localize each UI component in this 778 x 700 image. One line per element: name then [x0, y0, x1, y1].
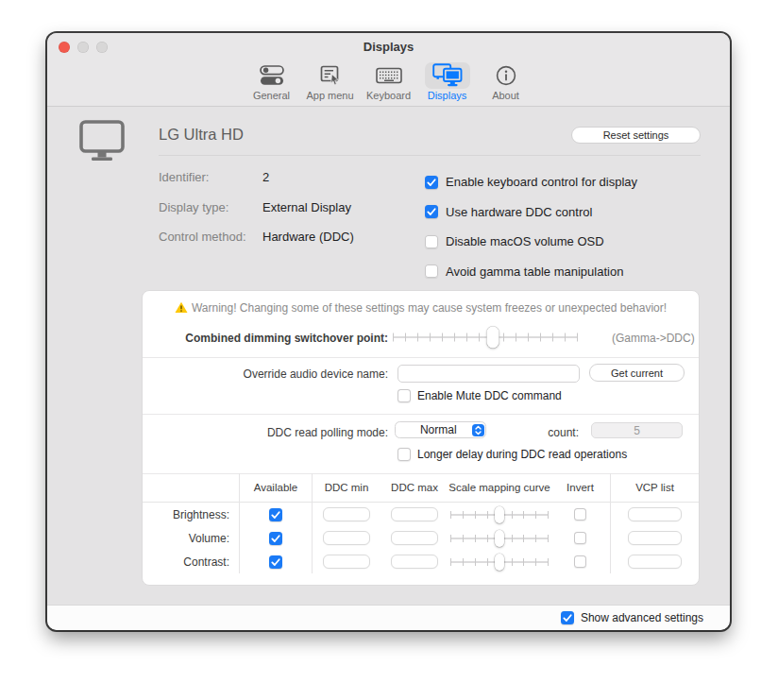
option-hardware-ddc[interactable]: Use hardware DDC control [425, 197, 637, 228]
info-value: Hardware (DDC) [262, 230, 354, 245]
warning-triangle-icon [175, 301, 188, 314]
table-header-available: Available [240, 473, 313, 503]
checkbox[interactable] [574, 532, 586, 544]
advanced-settings-panel: Warning! Changing some of these settings… [142, 290, 700, 586]
tab-displays[interactable]: Displays [423, 62, 472, 102]
checkbox[interactable] [425, 205, 438, 218]
dimming-slider[interactable] [393, 326, 578, 349]
volume-ddc-min-cell [313, 526, 381, 550]
checkbox[interactable] [269, 555, 282, 569]
checkbox-label: Enable keyboard control for display [446, 175, 637, 189]
footer-bar: Show advanced settings [47, 605, 730, 630]
table-header-vcp: VCP list [611, 473, 699, 503]
mute-ddc-option[interactable]: Enable Mute DDC command [397, 389, 562, 402]
brightness-vcp-input[interactable] [628, 507, 682, 521]
slider-thumb[interactable] [495, 554, 504, 571]
volume-ddc-min-input[interactable] [323, 531, 370, 545]
divider [143, 357, 699, 358]
brightness-ddc-min-input[interactable] [323, 507, 370, 521]
tab-app-menu[interactable]: App menu [306, 62, 355, 102]
row-label-volume: Volume: [143, 526, 240, 550]
dimming-label: Combined dimming switchover point: [143, 332, 388, 345]
contrast-available-cell [240, 550, 313, 573]
tab-about[interactable]: About [482, 62, 531, 102]
contrast-vcp-input[interactable] [628, 555, 682, 569]
displays-icon [425, 62, 470, 89]
checkbox[interactable] [425, 265, 438, 278]
checkbox-label: Avoid gamma table manipulation [446, 265, 623, 279]
info-label: Control method: [159, 230, 262, 245]
divider [143, 414, 699, 415]
audio-name-input[interactable] [397, 365, 580, 383]
display-info: Identifier: 2 Display type: External Dis… [159, 170, 414, 260]
longer-delay-option[interactable]: Longer delay during DDC read operations [397, 448, 627, 461]
volume-invert-cell [550, 526, 611, 550]
warning-row: Warning! Changing some of these settings… [143, 301, 699, 315]
checkbox[interactable] [269, 532, 282, 545]
info-row-display-type: Display type: External Display [159, 200, 414, 230]
slider-thumb[interactable] [486, 327, 499, 349]
tab-displays-label: Displays [428, 90, 467, 102]
checkbox[interactable] [397, 448, 411, 461]
slider-thumb[interactable] [495, 530, 504, 547]
volume-curve-cell [448, 526, 550, 550]
tab-general[interactable]: General [247, 62, 296, 102]
brightness-invert-cell [550, 503, 611, 526]
brightness-curve-cell [448, 503, 550, 526]
table-header-ddc-min: DDC min [313, 473, 381, 503]
info-value: External Display [262, 200, 351, 215]
get-current-button[interactable]: Get current [589, 364, 685, 382]
table-header-invert: Invert [550, 473, 611, 503]
reset-settings-button[interactable]: Reset settings [571, 127, 701, 144]
brightness-vcp-cell [611, 503, 699, 526]
option-keyboard-control[interactable]: Enable keyboard control for display [425, 167, 637, 197]
minimize-icon[interactable] [77, 42, 89, 53]
tab-keyboard[interactable]: Keyboard [364, 62, 414, 102]
toggles-icon [249, 62, 295, 89]
audio-name-label: Override audio device name: [143, 367, 388, 381]
content: LG Ultra HD Reset settings Identifier: 2… [47, 107, 730, 605]
dimming-suffix: (Gamma->DDC) [612, 332, 695, 345]
checkbox[interactable] [561, 611, 574, 624]
volume-ddc-max-input[interactable] [391, 531, 438, 545]
checkbox[interactable] [397, 389, 411, 402]
traffic-lights [59, 42, 108, 53]
slider-thumb[interactable] [495, 506, 504, 523]
count-input[interactable] [591, 422, 683, 438]
monitor-icon [78, 120, 126, 166]
checkbox-label: Enable Mute DDC command [417, 389, 562, 402]
keyboard-icon [366, 62, 412, 89]
brightness-ddc-max-cell [381, 503, 448, 526]
volume-vcp-input[interactable] [628, 531, 682, 545]
tab-app-menu-label: App menu [306, 90, 353, 102]
checkbox[interactable] [269, 508, 282, 521]
contrast-ddc-min-cell [313, 550, 381, 573]
tab-keyboard-label: Keyboard [366, 90, 411, 102]
row-label-contrast: Contrast: [143, 550, 240, 573]
titlebar: Displays General [47, 33, 730, 107]
checkbox-label: Disable macOS volume OSD [446, 234, 604, 248]
info-row-identifier: Identifier: 2 [159, 170, 414, 200]
brightness-curve-slider[interactable] [450, 504, 549, 525]
contrast-invert-cell [550, 550, 611, 573]
brightness-available-cell [240, 503, 313, 526]
checkbox[interactable] [574, 508, 586, 521]
tab-about-label: About [492, 90, 519, 102]
checkbox[interactable] [425, 235, 438, 248]
contrast-ddc-max-input[interactable] [391, 555, 438, 569]
divider [159, 155, 701, 156]
info-label: Identifier: [159, 170, 262, 185]
volume-curve-slider[interactable] [450, 528, 549, 549]
checkbox[interactable] [574, 555, 586, 568]
close-icon[interactable] [59, 42, 70, 53]
checkbox[interactable] [425, 176, 438, 189]
show-advanced-settings-label: Show advanced settings [581, 611, 703, 624]
contrast-curve-slider[interactable] [450, 552, 549, 572]
tab-general-label: General [253, 90, 290, 102]
option-avoid-gamma[interactable]: Avoid gamma table manipulation [425, 257, 637, 287]
display-options: Enable keyboard control for display Use … [425, 167, 637, 286]
zoom-icon[interactable] [96, 42, 108, 53]
option-disable-osd[interactable]: Disable macOS volume OSD [425, 227, 637, 257]
brightness-ddc-max-input[interactable] [391, 507, 438, 521]
contrast-ddc-min-input[interactable] [323, 555, 370, 569]
